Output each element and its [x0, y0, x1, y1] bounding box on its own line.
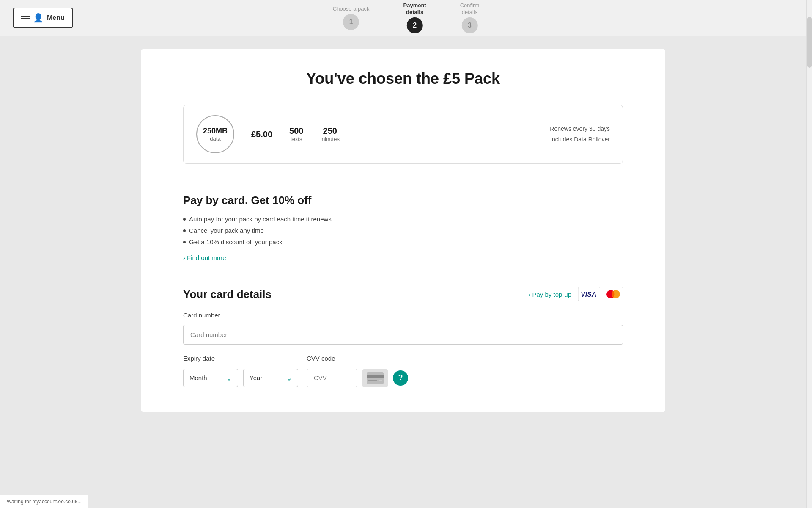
- visa-icon: VISA: [578, 287, 600, 301]
- expiry-cvv-row: Expiry date Month 01020304 05060708 0910…: [183, 355, 623, 387]
- bullet-3: [183, 241, 186, 243]
- card-details-title: Your card details: [183, 288, 272, 301]
- menu-icon: [21, 14, 30, 22]
- month-select[interactable]: Month 01020304 05060708 09101112: [183, 369, 238, 387]
- step-2-label: Payment details: [403, 2, 426, 15]
- step-3-circle: 3: [461, 17, 477, 33]
- year-select[interactable]: Year 202420252026 202720282029: [243, 369, 298, 387]
- pack-texts-stat: 500 texts: [289, 126, 303, 142]
- status-text: Waiting for myaccount.ee.co.uk...: [7, 499, 82, 505]
- card-details-header: Your card details › Pay by top-up VISA: [183, 287, 623, 301]
- step-2: Payment details 2: [403, 2, 426, 33]
- benefit-item-2: Cancel your pack any time: [183, 227, 623, 234]
- cvv-section: CVV code ?: [307, 355, 408, 387]
- page-title: You've chosen the £5 Pack: [183, 70, 623, 88]
- svg-text:VISA: VISA: [581, 291, 596, 298]
- pack-price: £5.00: [251, 130, 272, 139]
- step-3: Confirm details 3: [460, 2, 480, 33]
- pack-price-stat: £5.00: [251, 130, 272, 139]
- cvv-label: CVV code: [307, 355, 408, 362]
- card-details-section: Your card details › Pay by top-up VISA: [183, 287, 623, 387]
- benefit-item-3: Get a 10% discount off your pack: [183, 238, 623, 246]
- pack-minutes-value: 250: [323, 126, 337, 136]
- pack-texts-label: texts: [291, 136, 302, 142]
- status-bar: Waiting for myaccount.ee.co.uk...: [0, 495, 88, 508]
- svg-rect-2: [21, 18, 30, 19]
- svg-rect-9: [367, 375, 384, 378]
- step-connector-1: [370, 25, 403, 25]
- pack-data-amount: 250MB: [203, 127, 228, 135]
- pack-minutes-label: minutes: [320, 136, 340, 142]
- cvv-help-button[interactable]: ?: [393, 370, 408, 386]
- person-icon: 👤: [33, 13, 44, 23]
- cvv-row: ?: [307, 369, 408, 387]
- expiry-label: Expiry date: [183, 355, 298, 362]
- benefits-list: Auto pay for your pack by card each time…: [183, 215, 623, 246]
- pay-by-card-section: Pay by card. Get 10% off Auto pay for yo…: [183, 194, 623, 261]
- svg-rect-1: [21, 16, 30, 17]
- find-out-more-link[interactable]: › Find out more: [183, 254, 623, 261]
- expiry-selects: Month 01020304 05060708 09101112 ⌄ Year …: [183, 369, 298, 387]
- scrollbar[interactable]: [806, 0, 812, 508]
- step-1: Choose a pack 1: [333, 6, 370, 30]
- pack-renews-line2: Includes Data Rollover: [550, 134, 610, 145]
- pack-summary: 250MB data £5.00 500 texts 250 minutes R…: [183, 105, 623, 164]
- scrollbar-thumb[interactable]: [807, 17, 812, 68]
- pay-by-topup-link[interactable]: › Pay by top-up: [528, 291, 571, 298]
- chevron-right-icon-topup: ›: [528, 291, 530, 298]
- benefit-item-1: Auto pay for your pack by card each time…: [183, 215, 623, 223]
- main-container: You've chosen the £5 Pack 250MB data £5.…: [141, 49, 665, 412]
- divider-2: [183, 274, 623, 274]
- mastercard-icon: [604, 287, 623, 301]
- menu-label: Menu: [47, 14, 65, 22]
- progress-steps: Choose a pack 1 Payment details 2 Co: [333, 2, 479, 33]
- bullet-1: [183, 218, 186, 221]
- step-1-label: Choose a pack: [333, 6, 370, 12]
- step-3-label: Confirm details: [460, 2, 480, 15]
- menu-button[interactable]: 👤 Menu: [13, 8, 73, 28]
- year-select-wrapper: Year 202420252026 202720282029 ⌄: [243, 369, 298, 387]
- step-2-circle: 2: [407, 17, 423, 33]
- pack-data-circle: 250MB data: [196, 115, 234, 153]
- bullet-2: [183, 229, 186, 232]
- cvv-input[interactable]: [307, 369, 357, 387]
- card-number-field: Card number: [183, 312, 623, 355]
- card-number-input[interactable]: [183, 325, 623, 345]
- card-payment-icons: VISA: [578, 287, 623, 301]
- svg-rect-10: [368, 380, 377, 381]
- chevron-right-icon: ›: [183, 254, 185, 261]
- pack-renews: Renews every 30 days Includes Data Rollo…: [550, 124, 610, 145]
- step-connector-2: [426, 25, 460, 25]
- card-diagram-icon: [367, 372, 384, 384]
- step-1-circle: 1: [343, 14, 359, 30]
- pack-data-label: data: [210, 135, 220, 142]
- svg-rect-11: [379, 380, 382, 381]
- svg-rect-0: [21, 14, 25, 14]
- month-select-wrapper: Month 01020304 05060708 09101112 ⌄: [183, 369, 238, 387]
- pack-texts-value: 500: [289, 126, 303, 136]
- cvv-card-image: [362, 369, 388, 387]
- pack-minutes-stat: 250 minutes: [320, 126, 340, 142]
- card-number-label: Card number: [183, 312, 220, 319]
- pack-renews-line1: Renews every 30 days: [550, 124, 610, 134]
- divider-1: [183, 181, 623, 181]
- pay-card-title: Pay by card. Get 10% off: [183, 194, 623, 207]
- expiry-section: Expiry date Month 01020304 05060708 0910…: [183, 355, 298, 387]
- top-bar: 👤 Menu Choose a pack 1 Payment details: [0, 0, 806, 36]
